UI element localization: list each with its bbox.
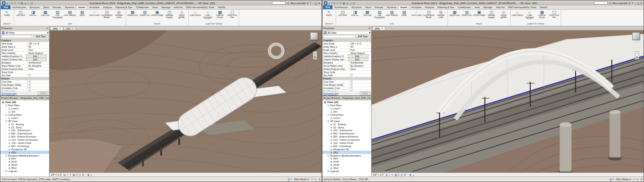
user-account-label[interactable]: Ben.wandell xyxy=(613,2,628,5)
close-button[interactable]: ✕ xyxy=(318,2,320,5)
tree-item[interactable]: ◈ {3D} xyxy=(322,151,371,154)
view-tab[interactable]: {3D} ✕ xyxy=(64,26,76,30)
property-row[interactable]: Extents xyxy=(0,77,49,80)
visual-style-icon[interactable]: ◑ xyxy=(389,173,390,176)
lock-3d-view-icon[interactable]: ⊠ xyxy=(404,173,406,176)
design-options-icon[interactable]: ▾ xyxy=(613,178,614,181)
home-icon[interactable]: ⌂ xyxy=(313,40,315,43)
ribbon-tab[interactable]: Systems xyxy=(63,5,76,9)
ribbon-tab[interactable]: Steel xyxy=(41,5,51,9)
minimize-button[interactable]: – xyxy=(312,2,314,5)
ribbon-tab[interactable]: Collaborate xyxy=(456,5,473,9)
ribbon-tab[interactable]: Massing & Site xyxy=(114,5,134,9)
revit-logo-icon[interactable]: R xyxy=(2,1,5,5)
zoom-icon[interactable]: ⊕ xyxy=(636,55,638,59)
property-row[interactable]: View Scale 1/8" = 1'-0" xyxy=(0,42,49,45)
property-value[interactable]: Edit... xyxy=(348,58,368,61)
shadows-icon[interactable]: ◨ xyxy=(394,173,397,176)
design-options-dropdown[interactable]: Main Model ▾ xyxy=(294,178,309,181)
ribbon-tab[interactable]: Modify xyxy=(538,5,549,9)
viewcube-cube-icon[interactable] xyxy=(310,32,318,40)
ribbon-tab[interactable]: Insert xyxy=(398,5,409,9)
tree-item[interactable]: ◆ West xyxy=(322,167,371,170)
undo-icon[interactable]: ↶ xyxy=(14,1,16,5)
tree-item[interactable]: ◈ 02 - Demo xyxy=(322,126,371,129)
property-row[interactable]: Crop Region Visible ☐ xyxy=(322,84,371,87)
close-view-icon[interactable]: ✕ xyxy=(72,27,74,30)
print-icon[interactable]: ▤ xyxy=(20,1,23,5)
close-view-icon[interactable]: ✕ xyxy=(59,27,61,30)
search-icon[interactable]: ◎ xyxy=(287,1,289,5)
ribbon-button[interactable]: ↖ Modify xyxy=(323,10,335,19)
ribbon-button[interactable]: ∴ Point Cloud xyxy=(410,10,423,19)
ribbon-tab[interactable]: Architecture xyxy=(10,5,27,9)
property-row[interactable]: Scale Value 1: 96 xyxy=(322,45,371,49)
editable-only-icon[interactable]: ☐ xyxy=(311,178,313,181)
ribbon-button[interactable]: ▥ Import PDF xyxy=(139,10,151,19)
tree-item[interactable]: ◈ C20 - Interior Finish xyxy=(322,142,371,145)
ribbon-tab[interactable]: Architecture xyxy=(332,5,349,9)
tree-item[interactable]: ⊟ Floor Plans xyxy=(0,104,49,107)
ribbon-tab[interactable]: Analyze xyxy=(423,5,436,9)
viewcube-cube-icon[interactable] xyxy=(632,32,640,40)
tree-item[interactable]: ⊟ Floor Plans xyxy=(322,104,371,107)
ribbon-tab[interactable]: File xyxy=(323,5,332,9)
ribbon-button[interactable]: ▨ Decal xyxy=(398,10,410,19)
section-icon[interactable]: ◫ xyxy=(352,1,355,5)
ribbon-tab[interactable]: Modify xyxy=(216,5,227,9)
ribbon-tab[interactable]: Steel xyxy=(363,5,373,9)
help-icon[interactable]: ? xyxy=(310,2,311,5)
type-selector-combo[interactable]: 3D View ▾ xyxy=(1,31,49,34)
filter-icon[interactable]: ▼ xyxy=(314,178,317,181)
open-icon[interactable]: ▸ xyxy=(7,1,8,5)
tree-item[interactable]: ◆ East xyxy=(0,157,49,160)
print-icon[interactable]: ▤ xyxy=(342,1,345,5)
lock-3d-view-icon[interactable]: ⊠ xyxy=(82,173,84,176)
viewcube[interactable]: ⌂ xyxy=(632,32,640,43)
reveal-hidden-icon[interactable]: ◉ xyxy=(409,173,412,176)
property-row[interactable]: Sun Path ☐ xyxy=(322,74,371,77)
maximize-button[interactable]: ▢ xyxy=(315,2,317,5)
ribbon-button[interactable]: ◨ Link IFC xyxy=(349,10,361,19)
reveal-hidden-icon[interactable]: ◉ xyxy=(87,173,90,176)
property-row[interactable]: Crop View ☐ xyxy=(0,80,49,84)
ribbon-tab[interactable]: Insert xyxy=(76,5,87,9)
ribbon-button[interactable]: ▦ Link CAD xyxy=(361,10,373,19)
tree-item[interactable]: ◆ East xyxy=(322,157,371,160)
ribbon-tab[interactable]: Precast xyxy=(51,5,63,9)
apply-button[interactable]: Apply xyxy=(360,91,370,95)
search-input[interactable] xyxy=(594,1,608,5)
view-scale-label[interactable]: 1/8" = 1'-0" xyxy=(373,173,384,176)
ribbon-tab[interactable]: Systems xyxy=(385,5,398,9)
redo-icon[interactable]: ↷ xyxy=(339,1,342,5)
close-icon[interactable]: ✕ xyxy=(368,27,370,30)
property-row[interactable]: View Scale 1/8" = 1'-0" xyxy=(322,42,371,45)
tree-item[interactable]: ⊟ Ceiling Plans xyxy=(0,113,49,117)
save-icon[interactable]: ▪ xyxy=(331,1,332,5)
ribbon-button[interactable]: ◎ Manage Links xyxy=(435,10,447,19)
property-value[interactable]: ☐ xyxy=(349,80,371,83)
tree-item[interactable]: ▣ Views (all) xyxy=(322,101,371,104)
tree-item[interactable]: ◈ A10 - Substructure xyxy=(0,129,49,132)
maximize-button[interactable]: ▢ xyxy=(637,2,639,5)
temporary-hide-icon[interactable]: ◌ xyxy=(85,173,86,176)
ribbon-tab[interactable]: Collaborate xyxy=(134,5,151,9)
tree-item[interactable]: ▣ Views (all) xyxy=(0,101,49,104)
tree-item[interactable]: ▥ Level 1 xyxy=(0,116,49,119)
tree-item[interactable]: ⊟ 3D Views xyxy=(322,119,371,123)
ribbon-tab[interactable]: Annotate xyxy=(87,5,101,9)
open-icon[interactable]: ▸ xyxy=(329,1,330,5)
property-value[interactable]: ☐ xyxy=(27,87,49,89)
crop-view-icon[interactable]: ⊡ xyxy=(397,173,400,176)
ribbon-tab[interactable]: BIM Interoperability Tools xyxy=(507,5,538,9)
edit-type-button[interactable]: Edit Type xyxy=(33,35,49,38)
undo-icon[interactable]: ↶ xyxy=(336,1,338,5)
ribbon-button[interactable]: ▦ Import CAD xyxy=(448,10,461,19)
ribbon-button[interactable]: ▧ DWF Markup xyxy=(64,10,76,19)
edit-type-button[interactable]: Edit Type xyxy=(355,35,371,38)
design-options-icon[interactable]: ▾ xyxy=(291,178,292,181)
detail-level-icon[interactable]: ▤ xyxy=(385,173,387,176)
ribbon-button[interactable]: ◨ Link IFC xyxy=(27,10,39,19)
instance-filter-combo[interactable] xyxy=(1,35,32,38)
viewport-3d-scene[interactable]: ⌂ ◔ ⊕ xyxy=(50,30,322,172)
